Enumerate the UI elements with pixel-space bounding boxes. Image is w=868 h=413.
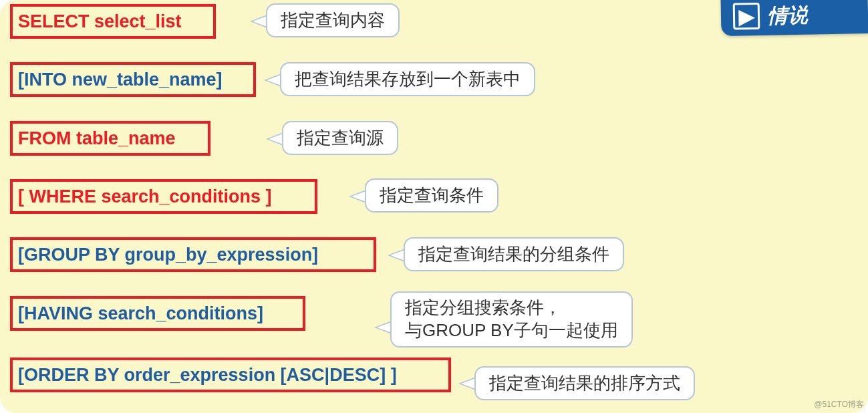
bubble-text: 把查询结果存放到一个新表中 — [295, 67, 521, 91]
corner-text: 情说 — [768, 1, 809, 29]
sql-clause-into: [INTO new_table_name] — [10, 62, 256, 97]
sql-text: FROM table_name — [18, 128, 176, 149]
diagram-canvas: ▶ 情说 SELECT select_list 指定查询内容 [INTO new… — [0, 0, 868, 413]
sql-clause-where: [ WHERE search_conditions ] — [10, 179, 317, 214]
bubble-text: 指定查询内容 — [281, 9, 385, 32]
sql-text: [ORDER BY order_expression [ASC|DESC] ] — [18, 365, 397, 386]
watermark: @51CTO博客 — [814, 399, 864, 410]
sql-clause-orderby: [ORDER BY order_expression [ASC|DESC] ] — [10, 358, 451, 392]
bubble-where: 指定查询条件 — [365, 178, 498, 213]
sql-text: [HAVING search_conditions] — [18, 303, 263, 324]
sql-text: SELECT select_list — [18, 11, 182, 32]
bubble-text: 指定分组搜索条件， 与GROUP BY子句一起使用 — [405, 297, 618, 342]
bubble-text: 指定查询结果的分组条件 — [418, 243, 609, 266]
bubble-groupby: 指定查询结果的分组条件 — [404, 237, 624, 271]
sql-text: [INTO new_table_name] — [18, 70, 223, 90]
play-icon: ▶ — [733, 3, 760, 30]
bubble-having: 指定分组搜索条件， 与GROUP BY子句一起使用 — [390, 291, 633, 348]
bubble-text: 指定查询条件 — [380, 184, 484, 207]
sql-clause-having: [HAVING search_conditions] — [10, 296, 305, 331]
sql-clause-select: SELECT select_list — [10, 4, 216, 39]
sql-text: [ WHERE search_conditions ] — [18, 186, 272, 207]
bubble-from: 指定查询源 — [282, 121, 398, 155]
bubble-into: 把查询结果存放到一个新表中 — [280, 62, 535, 96]
bubble-orderby: 指定查询结果的排序方式 — [474, 366, 695, 400]
bubble-text: 指定查询源 — [297, 126, 384, 150]
corner-banner: ▶ 情说 — [721, 0, 868, 36]
bubble-select: 指定查询内容 — [266, 3, 400, 37]
sql-clause-from: FROM table_name — [10, 121, 210, 156]
bubble-text: 指定查询结果的排序方式 — [489, 372, 680, 395]
sql-clause-groupby: [GROUP BY group_by_expression] — [10, 237, 376, 272]
sql-text: [GROUP BY group_by_expression] — [18, 245, 318, 265]
